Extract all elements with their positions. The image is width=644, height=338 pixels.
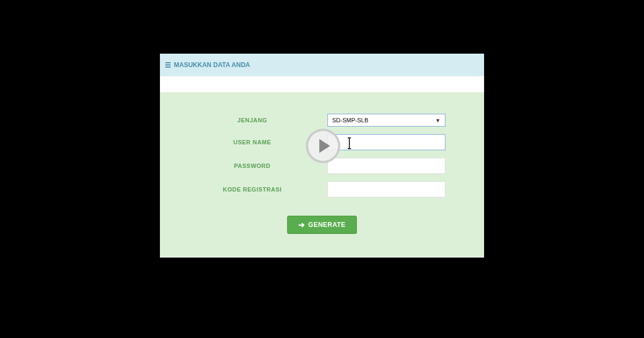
arrow-right-icon: ➔	[298, 221, 305, 229]
jenjang-selected-text: SD-SMP-SLB	[332, 117, 368, 123]
panel-body: JENJANG SD-SMP-SLB ▼ USER NAME PASSWORD	[160, 92, 484, 257]
form-row-jenjang: JENJANG SD-SMP-SLB ▼	[160, 114, 484, 127]
chevron-down-icon: ▼	[435, 117, 441, 123]
divider-strip	[160, 76, 484, 92]
password-label: PASSWORD	[199, 163, 306, 169]
play-button[interactable]	[306, 129, 340, 163]
kode-registrasi-label: KODE REGISTRASI	[199, 186, 306, 193]
username-label: USER NAME	[199, 139, 306, 145]
username-input[interactable]	[327, 134, 445, 150]
generate-button[interactable]: ➔ GENERATE	[287, 216, 357, 234]
jenjang-select[interactable]: SD-SMP-SLB ▼	[327, 114, 445, 127]
panel-header: MASUKKAN DATA ANDA	[160, 54, 484, 76]
generate-button-label: GENERATE	[308, 221, 346, 229]
form-row-kode-registrasi: KODE REGISTRASI	[160, 181, 484, 197]
kode-registrasi-input[interactable]	[327, 181, 445, 197]
password-input[interactable]	[327, 158, 445, 174]
menu-icon	[165, 62, 171, 68]
jenjang-label: JENJANG	[199, 117, 306, 123]
panel-title: MASUKKAN DATA ANDA	[174, 61, 250, 69]
